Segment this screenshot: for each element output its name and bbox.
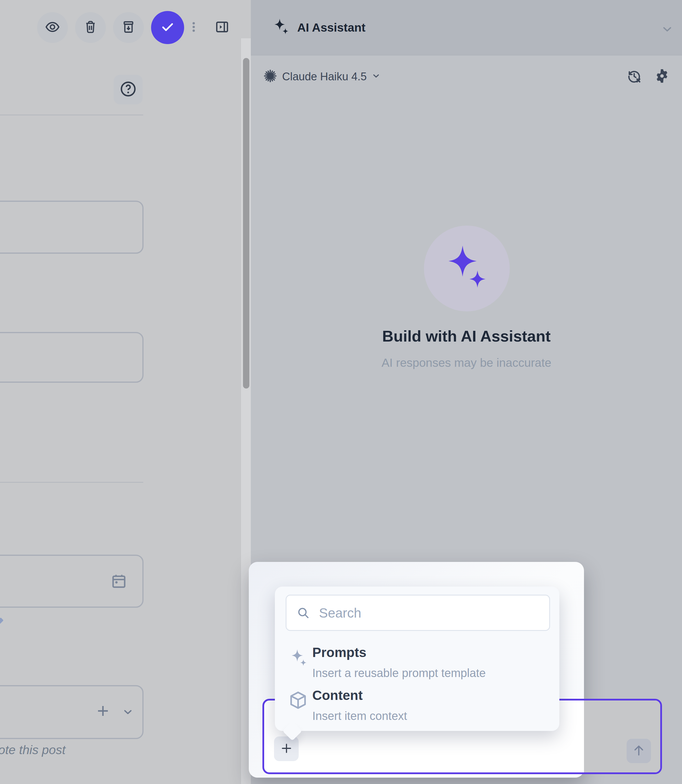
more-options-button[interactable] xyxy=(178,12,209,43)
settings-button[interactable] xyxy=(654,68,670,85)
delete-button[interactable] xyxy=(75,12,106,43)
text-field-2[interactable] xyxy=(0,332,143,383)
trash-icon xyxy=(83,20,98,35)
app-root: ote this post AI Assistant xyxy=(0,0,682,784)
insert-menu-popup: Prompts Insert a reusable prompt templat… xyxy=(275,586,559,731)
calendar-icon[interactable] xyxy=(110,573,127,591)
assistant-header: AI Assistant xyxy=(251,0,682,56)
arrow-up-icon xyxy=(631,743,646,759)
text-field-1[interactable] xyxy=(0,201,143,254)
sparkle-icon xyxy=(272,18,291,38)
gear-icon xyxy=(654,80,670,85)
search-box[interactable] xyxy=(285,595,550,631)
assistant-panel-title: AI Assistant xyxy=(297,21,365,35)
date-field[interactable] xyxy=(0,555,143,608)
search-icon xyxy=(296,606,310,620)
field-help-button[interactable] xyxy=(114,75,143,104)
model-selector[interactable]: Claude Haiku 4.5 xyxy=(263,69,381,84)
kebab-menu-icon xyxy=(187,21,200,35)
menu-item-title: Content xyxy=(312,688,363,702)
menu-item-prompts[interactable]: Prompts Insert a reusable prompt templat… xyxy=(275,642,559,681)
plus-icon xyxy=(279,741,293,757)
document-pane: ote this post xyxy=(0,0,251,784)
question-mark-circle-icon xyxy=(119,80,137,99)
check-icon xyxy=(160,19,175,36)
chevron-down-icon[interactable] xyxy=(122,706,134,719)
sparkle-icon xyxy=(289,648,309,669)
insert-context-button[interactable] xyxy=(274,736,299,761)
menu-item-description: Insert item context xyxy=(312,710,407,722)
eye-icon xyxy=(45,19,60,36)
model-name: Claude Haiku 4.5 xyxy=(282,70,367,83)
archive-down-icon xyxy=(121,20,136,35)
plus-icon[interactable] xyxy=(94,703,112,720)
array-field[interactable] xyxy=(0,685,143,739)
chevron-down-icon xyxy=(371,71,381,82)
cube-icon xyxy=(288,690,309,712)
panel-right-icon xyxy=(215,19,229,36)
preview-button[interactable] xyxy=(37,12,68,43)
menu-item-content[interactable]: Content Insert item context xyxy=(275,685,559,724)
field-divider xyxy=(0,482,143,483)
promote-note: ote this post xyxy=(0,743,65,757)
chevron-down-icon[interactable] xyxy=(661,22,674,37)
sparkle-icon xyxy=(441,242,492,295)
cutoff-marker xyxy=(0,618,3,624)
collapse-panel-button[interactable] xyxy=(207,12,237,43)
send-button[interactable] xyxy=(626,739,651,763)
empty-state-disclaimer: AI responses may be inaccurate xyxy=(251,356,682,370)
history-clear-icon xyxy=(626,80,642,85)
scrollbar-thumb[interactable] xyxy=(243,58,249,389)
menu-item-title: Prompts xyxy=(312,646,366,659)
menu-item-description: Insert a reusable prompt template xyxy=(312,667,486,679)
empty-state-heading: Build with AI Assistant xyxy=(251,327,682,345)
empty-state-avatar xyxy=(424,226,510,311)
field-divider xyxy=(0,115,143,115)
archive-button[interactable] xyxy=(113,12,144,43)
clear-history-button[interactable] xyxy=(626,69,642,85)
search-input[interactable] xyxy=(319,605,539,621)
claude-starburst-icon xyxy=(263,69,277,84)
